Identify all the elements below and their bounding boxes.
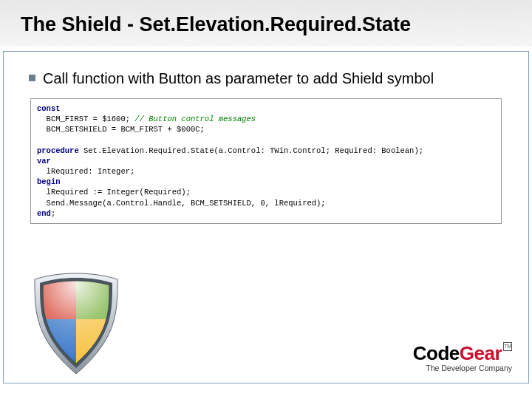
logo-tagline: The Developer Company xyxy=(413,364,512,372)
code-snippet: const BCM_FIRST = $1600; // Button contr… xyxy=(30,98,502,224)
code-line: Send.Message(a.Control.Handle, BCM_SETSH… xyxy=(37,199,326,208)
code-line: lRequired: Integer; xyxy=(37,167,134,176)
code-kw: procedure xyxy=(37,146,79,155)
code-kw: const xyxy=(37,104,61,113)
code-line: ; xyxy=(51,209,55,218)
brand-logo: CodeGearTM The Developer Company xyxy=(413,342,512,372)
code-line: lRequired := Integer(Required); xyxy=(37,188,191,197)
code-line: Set.Elevation.Required.State(a.Control: … xyxy=(79,146,423,155)
code-kw: end xyxy=(37,209,51,218)
code-kw: var xyxy=(37,157,51,166)
code-line: BCM_SETSHIELD = BCM_FIRST + $000C; xyxy=(37,125,205,134)
content-panel: Call function with Button as parameter t… xyxy=(3,51,529,383)
logo-word-code: Code xyxy=(413,342,460,364)
bullet-icon xyxy=(29,75,35,81)
logo-word-gear: Gear xyxy=(460,342,502,364)
code-comment: // Button control messages xyxy=(134,115,256,123)
code-kw: begin xyxy=(37,177,61,186)
page-title: The Shield - Set.Elevation.Required.Stat… xyxy=(21,13,511,36)
code-line: BCM_FIRST = $1600; xyxy=(37,115,134,123)
shield-icon xyxy=(24,267,128,378)
bullet-text: Call function with Button as parameter t… xyxy=(43,69,434,88)
logo-tm: TM xyxy=(503,342,512,351)
